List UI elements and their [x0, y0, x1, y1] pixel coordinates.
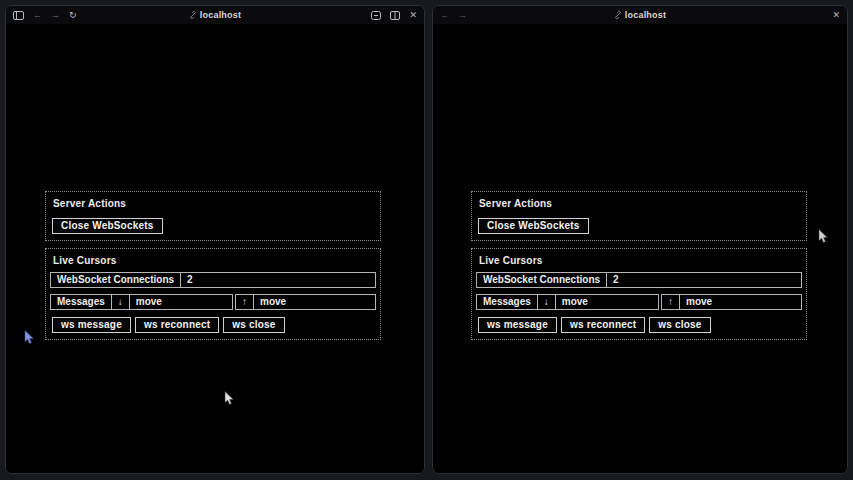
ws-buttons-row: ws message ws reconnect ws close	[476, 317, 802, 333]
live-cursors-section: Live Cursors WebSocket Connections 2 Mes…	[471, 248, 807, 340]
up-event-value: move	[680, 295, 801, 309]
page-content: Server Actions Close WebSockets Live Cur…	[6, 24, 424, 474]
browser-window-right: ← → localhost ✕ Server Actions Close Web…	[432, 5, 848, 474]
sidebar-toggle-icon[interactable]	[13, 11, 24, 20]
forward-icon[interactable]: →	[458, 11, 467, 20]
reload-icon[interactable]: ↻	[69, 11, 77, 20]
ws-reconnect-button[interactable]: ws reconnect	[135, 317, 219, 333]
forward-icon[interactable]: →	[51, 11, 60, 20]
connections-value: 2	[181, 273, 375, 287]
live-cursors-section: Live Cursors WebSocket Connections 2 Mes…	[45, 248, 381, 340]
messages-outgoing-box: Messages ↓ move	[50, 294, 233, 310]
ws-message-button[interactable]: ws message	[52, 317, 131, 333]
messages-label: Messages	[477, 295, 538, 309]
messages-row: Messages ↓ move ↑ move	[50, 294, 376, 310]
ws-reconnect-button[interactable]: ws reconnect	[561, 317, 645, 333]
titlebar[interactable]: ← → ↻ localhost ✕	[6, 6, 424, 24]
server-actions-title: Server Actions	[479, 198, 802, 209]
websocket-connections-row: WebSocket Connections 2	[50, 272, 376, 288]
connections-value: 2	[607, 273, 801, 287]
browser-window-left: ← → ↻ localhost ✕ Server Actions Close W…	[5, 5, 425, 474]
up-event-value: move	[254, 295, 375, 309]
page-content: Server Actions Close WebSockets Live Cur…	[433, 24, 847, 474]
down-event-value: move	[556, 295, 658, 309]
messages-outgoing-box: Messages ↓ move	[476, 294, 659, 310]
websocket-connections-row: WebSocket Connections 2	[476, 272, 802, 288]
server-actions-section: Server Actions Close WebSockets	[471, 191, 807, 241]
ws-buttons-row: ws message ws reconnect ws close	[50, 317, 376, 333]
close-icon[interactable]: ✕	[832, 11, 840, 20]
ws-close-button[interactable]: ws close	[649, 317, 710, 333]
connections-label: WebSocket Connections	[477, 273, 607, 287]
server-actions-section: Server Actions Close WebSockets	[45, 191, 381, 241]
messages-label: Messages	[51, 295, 112, 309]
messages-incoming-box: ↑ move	[235, 294, 376, 310]
titlebar[interactable]: ← → localhost ✕	[433, 6, 847, 24]
link-icon	[189, 11, 197, 19]
up-arrow-icon: ↑	[662, 295, 680, 309]
down-arrow-icon: ↓	[538, 295, 556, 309]
connections-label: WebSocket Connections	[51, 273, 181, 287]
down-event-value: move	[130, 295, 232, 309]
url-title[interactable]: localhost	[200, 10, 241, 20]
live-cursors-title: Live Cursors	[53, 255, 376, 266]
close-icon[interactable]: ✕	[409, 11, 417, 20]
back-icon[interactable]: ←	[33, 11, 42, 20]
down-arrow-icon: ↓	[112, 295, 130, 309]
link-icon	[614, 11, 622, 19]
live-cursors-title: Live Cursors	[479, 255, 802, 266]
new-window-icon[interactable]	[390, 11, 400, 20]
close-websockets-button[interactable]: Close WebSockets	[52, 218, 163, 234]
messages-incoming-box: ↑ move	[661, 294, 802, 310]
close-websockets-button[interactable]: Close WebSockets	[478, 218, 589, 234]
url-title[interactable]: localhost	[625, 10, 666, 20]
ws-message-button[interactable]: ws message	[478, 317, 557, 333]
reader-icon[interactable]	[371, 11, 381, 20]
messages-row: Messages ↓ move ↑ move	[476, 294, 802, 310]
ws-close-button[interactable]: ws close	[223, 317, 284, 333]
server-actions-title: Server Actions	[53, 198, 376, 209]
back-icon[interactable]: ←	[440, 11, 449, 20]
up-arrow-icon: ↑	[236, 295, 254, 309]
